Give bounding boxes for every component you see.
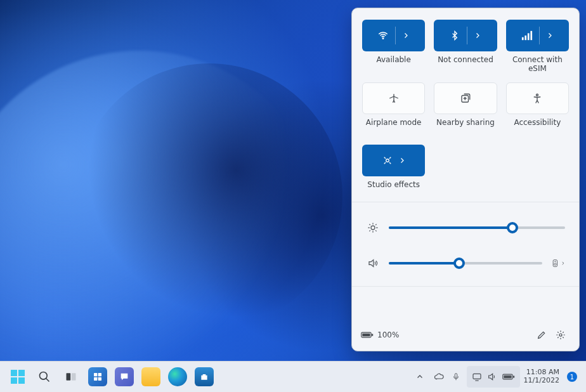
cellular-tile-label: Connect with eSIM bbox=[506, 55, 569, 74]
svg-point-11 bbox=[555, 261, 556, 261]
microphone-tray-icon[interactable] bbox=[452, 371, 460, 382]
edge-icon bbox=[168, 367, 187, 386]
airplane-icon bbox=[388, 93, 400, 104]
onedrive-tray-icon[interactable] bbox=[434, 372, 445, 381]
svg-point-16 bbox=[40, 372, 48, 380]
widgets-button[interactable] bbox=[85, 364, 110, 389]
svg-point-15 bbox=[559, 334, 562, 336]
wifi-tile[interactable] bbox=[362, 20, 425, 51]
svg-rect-26 bbox=[513, 376, 514, 377]
nearby-share-icon bbox=[460, 93, 471, 104]
chevron-right-icon bbox=[398, 157, 406, 164]
task-view-button[interactable] bbox=[58, 364, 84, 389]
quick-settings-footer: 100% bbox=[352, 319, 579, 351]
edit-quick-settings-button[interactable] bbox=[532, 325, 551, 344]
volume-slider[interactable] bbox=[389, 257, 542, 270]
bluetooth-tile-label: Not connected bbox=[434, 55, 497, 73]
quick-settings-panel: Available Not connected bbox=[351, 8, 580, 351]
airplane-mode-tile-label: Airplane mode bbox=[362, 118, 425, 136]
svg-rect-3 bbox=[528, 33, 530, 40]
bluetooth-icon bbox=[449, 30, 460, 41]
svg-rect-20 bbox=[98, 373, 101, 376]
start-button[interactable] bbox=[5, 364, 30, 389]
cellular-tile[interactable] bbox=[506, 20, 569, 51]
accessibility-tile-label: Accessibility bbox=[506, 118, 569, 136]
svg-rect-4 bbox=[530, 31, 532, 40]
svg-rect-21 bbox=[94, 377, 97, 381]
svg-rect-2 bbox=[524, 36, 526, 40]
battery-percent: 100% bbox=[377, 330, 399, 339]
task-view-icon bbox=[65, 370, 77, 383]
svg-point-0 bbox=[382, 38, 384, 39]
folder-icon bbox=[141, 367, 160, 386]
quick-settings-tiles: Available Not connected bbox=[352, 8, 579, 202]
widgets-icon bbox=[88, 367, 107, 386]
audio-output-button[interactable] bbox=[551, 256, 565, 270]
battery-icon bbox=[361, 330, 374, 339]
nearby-sharing-tile-label: Nearby sharing bbox=[434, 118, 497, 136]
network-tray-icon bbox=[472, 372, 482, 382]
svg-rect-1 bbox=[522, 37, 524, 41]
quick-settings-tray-button[interactable] bbox=[467, 366, 520, 388]
svg-rect-27 bbox=[504, 376, 511, 379]
airplane-mode-tile[interactable] bbox=[362, 82, 425, 114]
settings-button[interactable] bbox=[551, 325, 570, 344]
wifi-icon bbox=[377, 30, 389, 41]
svg-point-7 bbox=[386, 159, 389, 162]
studio-effects-icon bbox=[382, 155, 393, 166]
teams-chat-button[interactable] bbox=[112, 364, 137, 389]
battery-tray-icon bbox=[502, 373, 515, 381]
store-icon bbox=[195, 367, 214, 386]
file-explorer-button[interactable] bbox=[138, 364, 164, 389]
system-tray bbox=[429, 371, 466, 382]
volume-icon bbox=[366, 258, 380, 269]
brightness-slider[interactable] bbox=[389, 221, 565, 234]
notification-badge: 1 bbox=[567, 372, 577, 382]
cellular-bars-icon bbox=[521, 30, 533, 41]
svg-rect-14 bbox=[362, 334, 370, 337]
chevron-right-icon bbox=[546, 32, 554, 39]
svg-rect-22 bbox=[98, 377, 101, 381]
studio-effects-tile[interactable] bbox=[362, 145, 425, 176]
svg-point-10 bbox=[554, 263, 556, 265]
svg-rect-18 bbox=[72, 373, 76, 381]
taskbar-clock[interactable]: 11:08 AM 11/1/2022 bbox=[521, 369, 562, 384]
chat-icon bbox=[115, 367, 134, 386]
taskbar-date: 11/1/2022 bbox=[524, 377, 559, 385]
notifications-button[interactable]: 1 bbox=[563, 364, 581, 389]
wifi-tile-label: Available bbox=[362, 55, 425, 73]
svg-point-6 bbox=[537, 94, 538, 96]
battery-status[interactable]: 100% bbox=[361, 330, 399, 339]
accessibility-tile[interactable] bbox=[506, 82, 569, 114]
studio-effects-tile-label: Studio effects bbox=[362, 180, 425, 198]
search-button[interactable] bbox=[32, 364, 57, 389]
svg-rect-13 bbox=[372, 334, 373, 336]
chevron-right-icon bbox=[474, 32, 481, 39]
tray-overflow-button[interactable] bbox=[412, 364, 427, 389]
microsoft-store-button[interactable] bbox=[192, 364, 217, 389]
svg-rect-17 bbox=[67, 373, 71, 381]
search-icon bbox=[38, 370, 51, 383]
quick-settings-sliders bbox=[352, 202, 579, 287]
accessibility-icon bbox=[531, 93, 543, 104]
chevron-up-icon bbox=[416, 373, 424, 381]
chevron-right-icon bbox=[402, 32, 410, 39]
svg-rect-23 bbox=[455, 374, 457, 377]
svg-rect-19 bbox=[94, 373, 97, 376]
svg-rect-24 bbox=[473, 374, 481, 379]
volume-tray-icon bbox=[487, 372, 497, 382]
nearby-sharing-tile[interactable] bbox=[434, 82, 497, 114]
bluetooth-tile[interactable] bbox=[434, 20, 497, 51]
edge-button[interactable] bbox=[165, 364, 190, 389]
brightness-icon bbox=[366, 222, 380, 233]
windows-logo-icon bbox=[11, 370, 25, 384]
svg-point-8 bbox=[371, 226, 375, 230]
taskbar: 11:08 AM 11/1/2022 1 bbox=[0, 361, 586, 392]
